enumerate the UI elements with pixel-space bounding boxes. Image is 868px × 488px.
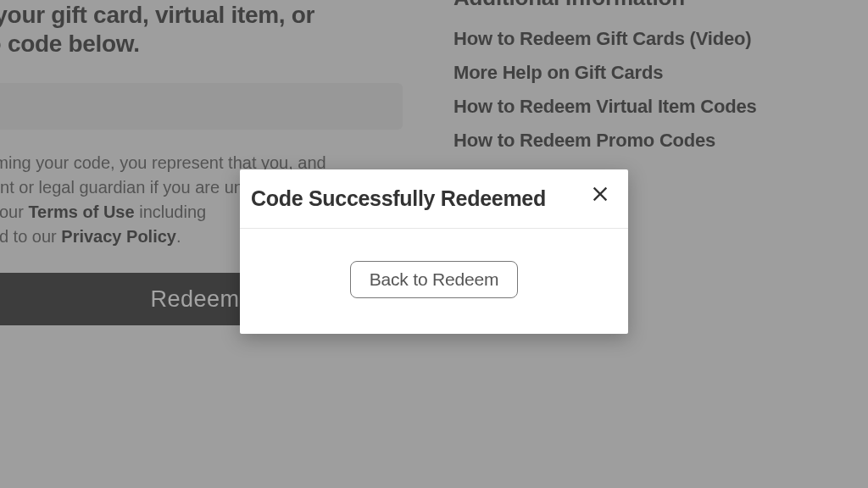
close-icon xyxy=(591,185,609,206)
back-to-redeem-button[interactable]: Back to Redeem xyxy=(350,261,518,298)
back-to-redeem-label: Back to Redeem xyxy=(370,269,498,289)
modal-title: Code Successfully Redeemed xyxy=(251,186,546,211)
modal-header: Code Successfully Redeemed xyxy=(240,169,628,229)
modal-body: Back to Redeem xyxy=(240,229,628,334)
close-button[interactable] xyxy=(587,183,613,208)
success-modal: Code Successfully Redeemed Back to Redee… xyxy=(240,169,628,334)
